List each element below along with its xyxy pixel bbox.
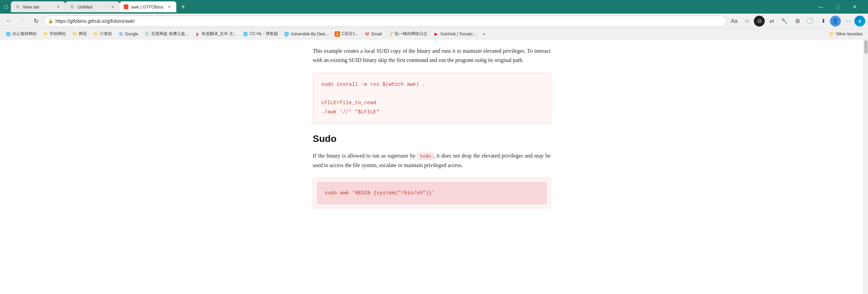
edge-logo: e — [854, 16, 865, 27]
bookmark-google-label: Google — [125, 32, 138, 36]
nav-bar: ← → ↻ 🔒 https://gtfobins.github.io/gtfob… — [0, 14, 868, 29]
bookmark-school[interactable]: 📁 学校网站 — [40, 30, 69, 38]
bookmark-vulnerable[interactable]: 🌐 Vulnerable By Desi... — [281, 30, 332, 38]
bookmark-google[interactable]: G Google — [116, 30, 141, 38]
code-sudo-line1: sudo awk 'BEGIN {system("/bin/sh")}' — [325, 189, 539, 198]
bookmark-computer-icon: 📁 — [93, 31, 99, 37]
browser-icon: ⬡ — [3, 3, 10, 10]
bookmark-cnblogs-label: CC-HL - 博客园 — [250, 31, 278, 37]
bookmark-school-icon: 📁 — [43, 31, 48, 37]
url-text: https://gtfobins.github.io/gtfobins/awk/ — [55, 18, 722, 24]
bookmark-vulnhub-icon: ▶ — [433, 31, 439, 37]
sudo-inline-code: sudo — [417, 153, 433, 160]
back-button[interactable]: ← — [3, 15, 15, 27]
bookmark-vulnhub[interactable]: ▶ VulnHub | Tomato:... — [431, 30, 480, 38]
bookmark-cnblogs-icon: 🌐 — [243, 31, 248, 37]
scrollbar-thumb[interactable] — [864, 40, 868, 54]
bookmark-other-favorites-icon: 📁 — [829, 31, 834, 37]
bookmark-clang-icon: C — [335, 31, 340, 37]
lock-icon: 🔒 — [48, 18, 53, 23]
article-body: This example creates a local SUID copy o… — [299, 39, 564, 225]
bookmark-office-label: 办公素材网站 — [12, 31, 37, 37]
bookmark-baidu-pan[interactable]: 💿 百度网盘-免费云盘... — [142, 30, 191, 38]
extensions-button[interactable]: 🔧 — [778, 15, 791, 27]
sudo-section-desc: If the binary is allowed to run as super… — [313, 151, 551, 170]
bookmark-ruanyifeng-label: 阮一峰的网络日志 — [395, 31, 427, 37]
bookmark-google-icon: G — [118, 31, 124, 37]
maximize-button[interactable]: □ — [830, 1, 846, 12]
split-view-button[interactable]: ⊞ — [791, 15, 803, 27]
tab-newtab-close[interactable]: ✕ — [55, 4, 61, 10]
page-content: This example creates a local SUID copy o… — [0, 39, 863, 294]
more-button[interactable]: ⋯ — [842, 15, 854, 27]
sudo-desc-before: If the binary is allowed to run as super… — [313, 153, 418, 159]
bookmark-gmail-icon: M — [365, 31, 370, 37]
bookmark-baidu-pan-icon: 💿 — [144, 31, 150, 37]
bookmark-other-favorites-label: Other favorites — [836, 32, 863, 36]
bookmark-vulnerable-label: Vulnerable By Desi... — [291, 32, 329, 36]
address-bar[interactable]: 🔒 https://gtfobins.github.io/gtfobins/aw… — [43, 16, 727, 27]
bookmark-other-favorites[interactable]: 📁 Other favorites — [826, 30, 865, 38]
bookmark-cnblogs[interactable]: 🌐 CC-HL - 博客园 — [240, 30, 281, 38]
window-controls: — □ ✕ — [810, 1, 865, 12]
bookmark-security-icon: 📁 — [72, 31, 77, 37]
minimize-button[interactable]: — — [813, 1, 829, 12]
scrollbar[interactable] — [863, 39, 868, 294]
reader-view-button[interactable]: Aa — [728, 15, 740, 27]
download-button[interactable]: ⬇ — [817, 15, 829, 27]
tab-untitled[interactable]: 🗋 Untitled ✕ — [65, 1, 120, 12]
sudo-section-title: Sudo — [313, 133, 551, 144]
tab-untitled-icon: 🗋 — [69, 4, 75, 10]
tab-awk-icon — [124, 4, 128, 9]
tab-untitled-title: Untitled — [77, 4, 107, 10]
bookmark-clang-label: C语言1... — [341, 31, 358, 37]
tab-untitled-close[interactable]: ✕ — [109, 4, 116, 10]
bookmarks-more-button[interactable]: » — [480, 30, 488, 38]
code-block-sudo-outer: sudo awk 'BEGIN {system("/bin/sh")}' — [313, 178, 551, 208]
bookmark-youdao[interactable]: y 有道翻译_文本·文... — [192, 30, 240, 38]
bookmark-security-label: 网安 — [79, 31, 87, 37]
intro-paragraph: This example creates a local SUID copy o… — [313, 46, 551, 65]
bookmark-youdao-label: 有道翻译_文本·文... — [201, 31, 237, 37]
tab-newtab-icon: 🗋 — [15, 4, 20, 10]
code-block-suid: sudo install -m =xs $(which awk) . LFILE… — [313, 73, 551, 124]
favorites-button[interactable]: ☆ — [741, 15, 753, 27]
bookmark-ruanyifeng[interactable]: 📝 阮一峰的网络日志 — [385, 30, 430, 38]
history-button[interactable]: 🕒 — [804, 15, 816, 27]
bookmark-office[interactable]: 🌐 办公素材网站 — [3, 30, 39, 38]
bookmark-youdao-icon: y — [195, 31, 200, 37]
bookmark-clang[interactable]: C C语言1... — [332, 30, 361, 38]
tab-awk-title: awk | GTFOBins — [131, 4, 163, 10]
translate-button[interactable]: ⇄ — [765, 15, 778, 27]
tab-awk[interactable]: awk | GTFOBins ✕ — [120, 1, 176, 12]
bookmark-ruanyifeng-icon: 📝 — [388, 31, 393, 37]
bookmark-vulnhub-label: VulnHub | Tomato:... — [440, 32, 477, 36]
circle-button[interactable]: ⊙ — [754, 16, 765, 27]
refresh-button[interactable]: ↻ — [30, 15, 42, 27]
bookmark-security[interactable]: 📁 网安 — [69, 30, 90, 38]
bookmark-school-label: 学校网站 — [50, 31, 66, 37]
close-button[interactable]: ✕ — [847, 1, 863, 12]
bookmark-gmail[interactable]: M Gmail — [362, 30, 385, 38]
bookmark-computer[interactable]: 📁 计算机 — [90, 30, 115, 38]
code-block-sudo: sudo awk 'BEGIN {system("/bin/sh")}' — [317, 182, 547, 205]
bookmark-vulnerable-icon: 🌐 — [284, 31, 289, 37]
tab-newtab-title: New tab — [23, 4, 52, 10]
content-area: This example creates a local SUID copy o… — [0, 39, 868, 294]
tab-newtab[interactable]: 🗋 New tab ✕ — [11, 1, 65, 12]
tabs-bar: 🗋 New tab ✕ 🗋 Untitled ✕ awk | GTFOBins … — [10, 1, 810, 12]
bookmark-computer-label: 计算机 — [100, 31, 112, 37]
nav-actions: Aa ☆ ⊙ ⇄ 🔧 ⊞ 🕒 ⬇ 👤 ⋯ e — [728, 15, 865, 27]
bookmark-office-icon: 🌐 — [5, 31, 11, 37]
bookmark-baidu-pan-label: 百度网盘-免费云盘... — [151, 31, 189, 37]
tab-awk-close[interactable]: ✕ — [166, 4, 172, 10]
profile-button[interactable]: 👤 — [830, 16, 841, 27]
bookmark-gmail-label: Gmail — [371, 32, 382, 36]
new-tab-button[interactable]: + — [178, 1, 189, 12]
forward-button[interactable]: → — [16, 15, 29, 27]
bookmarks-bar: 🌐 办公素材网站 📁 学校网站 📁 网安 📁 计算机 G Google 💿 百度… — [0, 29, 868, 39]
code-suid-line1: sudo install -m =xs $(which awk) . LFILE… — [321, 80, 542, 117]
